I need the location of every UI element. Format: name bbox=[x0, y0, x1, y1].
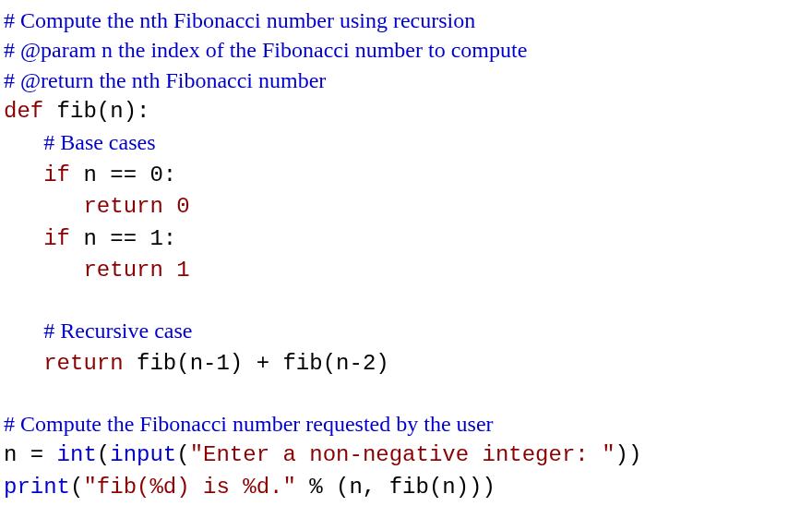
condition: n == 0: bbox=[70, 163, 176, 187]
space bbox=[163, 258, 176, 283]
string-literal: "Enter a non-negative integer: " bbox=[190, 442, 615, 467]
comment-line: # Recursive case bbox=[43, 319, 192, 343]
paren: ( bbox=[70, 475, 83, 500]
string-literal: "fib(%d) is %d." bbox=[83, 475, 295, 500]
condition: n == 1: bbox=[70, 226, 176, 251]
space bbox=[163, 194, 176, 219]
paren: )) bbox=[615, 442, 642, 467]
paren: ( bbox=[97, 442, 110, 467]
code-block: # Compute the nth Fibonacci number using… bbox=[4, 6, 808, 502]
keyword-return: return bbox=[83, 194, 162, 219]
keyword-return: return bbox=[83, 258, 162, 283]
assignment: n = bbox=[4, 442, 57, 467]
keyword-if: if bbox=[43, 163, 70, 187]
expression: % (n, fib(n))) bbox=[296, 475, 496, 500]
keyword-if: if bbox=[43, 226, 70, 251]
comment-line: # Compute the Fibonacci number requested… bbox=[4, 412, 494, 436]
builtin-int: int bbox=[57, 442, 97, 467]
expression: fib(n-1) + fib(n-2) bbox=[124, 351, 389, 376]
builtin-print: print bbox=[4, 475, 70, 500]
number-literal: 0 bbox=[176, 194, 189, 219]
comment-line: # Compute the nth Fibonacci number using… bbox=[4, 8, 475, 32]
keyword-def: def bbox=[4, 99, 43, 124]
number-literal: 1 bbox=[176, 258, 189, 283]
function-signature: fib(n): bbox=[43, 99, 149, 124]
keyword-return: return bbox=[43, 351, 123, 376]
paren: ( bbox=[176, 442, 189, 467]
comment-line: # Base cases bbox=[43, 130, 155, 154]
comment-line: # @return the nth Fibonacci number bbox=[4, 68, 326, 92]
comment-line: # @param n the index of the Fibonacci nu… bbox=[4, 38, 527, 62]
builtin-input: input bbox=[110, 442, 176, 467]
